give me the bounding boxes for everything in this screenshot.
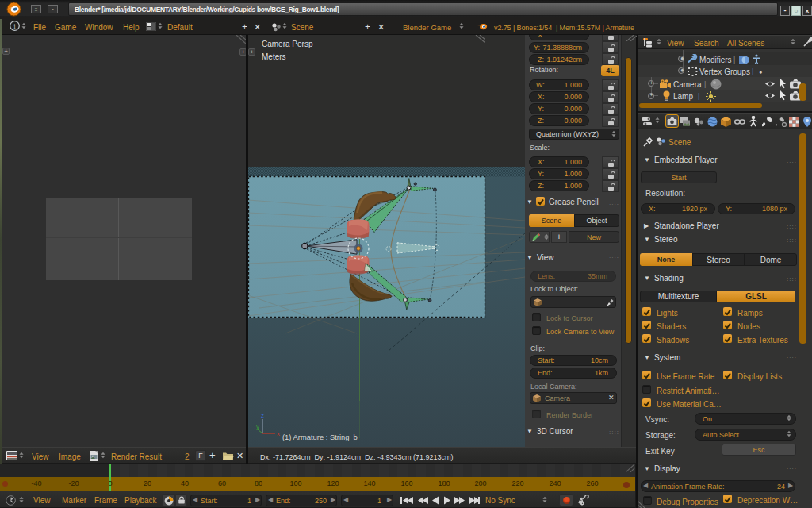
- svg-text:(1) Armature : String_b: (1) Armature : String_b: [282, 433, 358, 441]
- svg-text:y: y: [256, 423, 259, 430]
- svg-text:z: z: [261, 412, 264, 419]
- svg-text:x: x: [277, 430, 280, 437]
- svg-text:i: i: [13, 22, 16, 30]
